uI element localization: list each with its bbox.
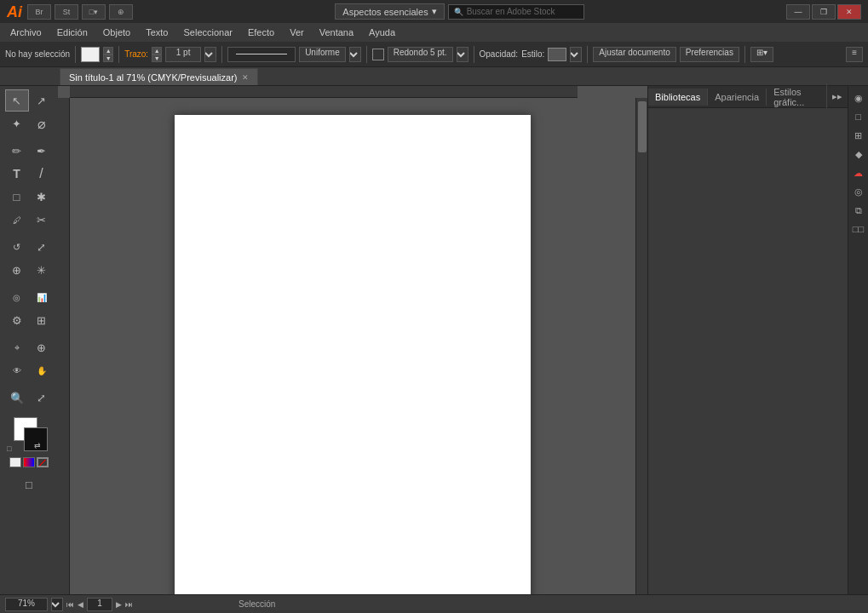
paintbrush-tool[interactable]: ✱ bbox=[30, 186, 54, 208]
menu-bar: Archivo Edición Objeto Texto Seleccionar… bbox=[0, 23, 868, 42]
zoom-tool[interactable]: 🔍 bbox=[5, 387, 29, 409]
swatches-icon[interactable]: □ bbox=[850, 108, 867, 125]
symbol-sprayer-tool[interactable]: ◎ bbox=[5, 286, 29, 308]
menu-seleccionar[interactable]: Seleccionar bbox=[176, 26, 239, 39]
line-tool[interactable]: / bbox=[30, 163, 54, 185]
stock-search[interactable]: 🔍 Buscar en Adobe Stock bbox=[448, 4, 584, 20]
nav-first-btn[interactable]: ⏮ bbox=[66, 600, 74, 609]
artboard bbox=[175, 115, 531, 594]
rectangle-tool[interactable]: □ bbox=[5, 186, 29, 208]
document-tab[interactable]: Sin título-1 al 71% (CMYK/Previsualizar)… bbox=[60, 68, 258, 85]
direct-selection-tool[interactable]: ↗ bbox=[30, 89, 54, 112]
stock-icon[interactable]: St bbox=[55, 4, 78, 20]
style-color[interactable] bbox=[548, 48, 566, 61]
type-tool[interactable]: T bbox=[5, 163, 29, 185]
menu-ventana[interactable]: Ventana bbox=[313, 26, 360, 39]
warp-tool[interactable]: ⊕ bbox=[5, 259, 29, 281]
adjust-doc-btn[interactable]: Ajustar documento bbox=[593, 47, 675, 62]
cap-btn[interactable]: Redondo 5 pt. bbox=[388, 47, 453, 62]
panel-tabs-more[interactable]: ▸▸ bbox=[827, 88, 848, 106]
menu-texto[interactable]: Texto bbox=[139, 26, 175, 39]
lasso-tool[interactable]: ⌀ bbox=[30, 112, 54, 135]
default-colors-icon[interactable]: □ bbox=[7, 444, 11, 453]
blend-tool[interactable]: 👁 bbox=[5, 359, 29, 381]
prefs-btn[interactable]: Preferencias bbox=[680, 47, 739, 62]
tool-row-graph: ◎ 📊 bbox=[2, 286, 56, 308]
nav-next-btn[interactable]: ▶ bbox=[116, 600, 122, 609]
slice-tool[interactable]: ⊞ bbox=[30, 309, 54, 331]
extra-options-btn[interactable]: ⊞▾ bbox=[750, 47, 773, 62]
libraries-tab[interactable]: Bibliotecas bbox=[648, 89, 708, 106]
gradient-mode-btn[interactable] bbox=[23, 457, 35, 467]
stroke-type-btn[interactable]: Uniforme bbox=[299, 47, 346, 62]
menu-efecto[interactable]: Efecto bbox=[241, 26, 281, 39]
stroke-down-arrow[interactable]: ▼ bbox=[152, 54, 162, 62]
stroke-color[interactable] bbox=[372, 49, 384, 60]
color-mode-btn[interactable] bbox=[9, 457, 21, 467]
menu-objeto[interactable]: Objeto bbox=[96, 26, 137, 39]
fill-up-arrow[interactable]: ▲ bbox=[103, 47, 113, 54]
symbols-icon[interactable]: ◆ bbox=[850, 146, 867, 163]
vertical-scrollbar[interactable] bbox=[635, 98, 647, 594]
v-scroll-thumb[interactable] bbox=[638, 101, 647, 152]
menu-edicion[interactable]: Edición bbox=[50, 26, 95, 39]
canvas-wrapper bbox=[58, 86, 647, 594]
hand-tool[interactable]: ⤢ bbox=[30, 387, 54, 409]
eyedropper-tool[interactable]: ⌖ bbox=[5, 336, 29, 358]
extra-icon[interactable]: ⊕ bbox=[109, 4, 133, 20]
links-icon[interactable]: ⧉ bbox=[850, 202, 867, 219]
minimize-button[interactable]: — bbox=[786, 4, 810, 20]
properties-icon[interactable]: ◎ bbox=[850, 183, 867, 200]
gradient-tool[interactable]: ✋ bbox=[30, 359, 54, 381]
bridge-icon[interactable]: Br bbox=[27, 4, 51, 20]
graphic-styles-tab[interactable]: Estilos gráfic... bbox=[767, 83, 827, 111]
workspace-button[interactable]: Aspectos esenciales ▾ bbox=[335, 3, 444, 20]
color-panel-icon[interactable]: ◉ bbox=[850, 89, 867, 106]
nav-prev-btn[interactable]: ◀ bbox=[78, 600, 83, 609]
fill-down-arrow[interactable]: ▼ bbox=[103, 54, 113, 62]
calligraphy-tool[interactable]: ✒ bbox=[30, 140, 54, 162]
eraser-tool[interactable]: ✂ bbox=[30, 209, 54, 231]
magic-wand-tool[interactable]: ✦ bbox=[5, 112, 29, 135]
pen-tool[interactable]: ✏ bbox=[5, 140, 29, 162]
page-input[interactable]: 1 bbox=[87, 598, 112, 611]
maximize-button[interactable]: ❐ bbox=[812, 4, 836, 20]
cap-dropdown[interactable] bbox=[457, 47, 468, 62]
pencil-tool[interactable]: 🖊 bbox=[5, 209, 29, 231]
style-dropdown[interactable] bbox=[570, 47, 582, 62]
swap-colors-icon[interactable]: ⇄ bbox=[34, 441, 41, 450]
menu-archivo[interactable]: Archivo bbox=[3, 26, 49, 39]
fill-color[interactable] bbox=[81, 47, 100, 62]
screen-mode-btn[interactable]: □ bbox=[12, 473, 46, 496]
menu-ayuda[interactable]: Ayuda bbox=[362, 26, 402, 39]
brushes-icon[interactable]: ⊞ bbox=[850, 127, 867, 144]
rotate-tool[interactable]: ↺ bbox=[5, 236, 29, 258]
layers-icon[interactable]: □□ bbox=[850, 221, 867, 238]
tool-row-pencil: 🖊 ✂ bbox=[2, 209, 56, 231]
measure-tool[interactable]: ⊕ bbox=[30, 336, 54, 358]
nav-last-btn[interactable]: ⏭ bbox=[125, 600, 133, 609]
stroke-type-dropdown[interactable] bbox=[349, 47, 361, 62]
panel-toggle-btn[interactable]: ≡ bbox=[846, 47, 863, 62]
stroke-up-arrow[interactable]: ▲ bbox=[152, 47, 162, 54]
tab-title: Sin título-1 al 71% (CMYK/Previsualizar) bbox=[69, 72, 237, 83]
status-bar: 71% ⏮ ◀ 1 ▶ ⏭ Selección bbox=[0, 594, 868, 613]
zoom-dropdown[interactable] bbox=[51, 598, 63, 611]
artboard-tool[interactable]: ⚙ bbox=[5, 309, 29, 331]
free-transform-tool[interactable]: ✳ bbox=[30, 259, 54, 281]
stroke-dropdown[interactable] bbox=[204, 47, 216, 62]
tool-row-eyedrop: ⌖ ⊕ bbox=[2, 336, 56, 358]
none-mode-btn[interactable] bbox=[37, 457, 49, 467]
column-graph-tool[interactable]: 📊 bbox=[30, 286, 54, 308]
scale-tool[interactable]: ⤢ bbox=[30, 236, 54, 258]
stroke-value[interactable]: 1 pt bbox=[165, 47, 201, 62]
view-icon[interactable]: □▾ bbox=[82, 4, 106, 20]
menu-ver[interactable]: Ver bbox=[283, 26, 311, 39]
tab-close-btn[interactable]: ✕ bbox=[242, 73, 249, 82]
selection-tool[interactable]: ↖ bbox=[5, 89, 29, 112]
appearance-tab[interactable]: Apariencia bbox=[708, 89, 767, 106]
close-button[interactable]: ✕ bbox=[837, 4, 861, 20]
cloud-icon[interactable]: ☁ bbox=[850, 164, 867, 181]
zoom-input[interactable]: 71% bbox=[5, 598, 48, 611]
canvas-area[interactable] bbox=[70, 98, 635, 594]
